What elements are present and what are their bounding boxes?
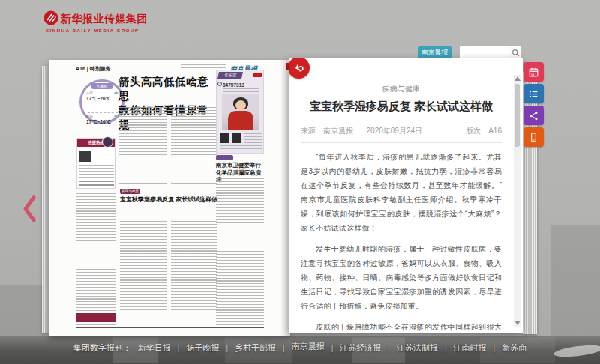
share-button[interactable] (524, 106, 544, 125)
return-arrow-icon (292, 61, 306, 75)
weather-temp-today: 17℃~26℃ (86, 96, 111, 102)
logo-chinese-text: 新华报业传媒集团 (61, 13, 148, 26)
phone-icon (218, 82, 222, 86)
ad-fineprint (220, 145, 262, 151)
share-icon (528, 110, 539, 121)
photo-sweater (228, 111, 254, 130)
separator: | (332, 344, 334, 352)
article-text-column (171, 107, 218, 187)
building-silhouette (551, 225, 600, 336)
sub-article-link[interactable]: 宝宝秋季湿疹易反复 家长试试这样做 (120, 195, 219, 204)
weather-title: 气象站 (91, 83, 113, 89)
hotline-box: 法援热线 (76, 138, 116, 189)
chevron-left-icon (21, 195, 39, 223)
hotline-fineprint (80, 165, 114, 178)
article-paragraph: “每年进入秋季后，湿疹的患儿就逐渐多了起来。尤其是3岁以内的婴幼儿，皮肤娇嫩，抵… (301, 150, 502, 235)
logo-english-text: XINHUA DAILY MEDIA GROUP (46, 28, 140, 33)
article-text-column (171, 207, 218, 328)
footer-paper-xinsushang[interactable]: 新苏商 (502, 342, 526, 354)
separator: | (226, 344, 228, 352)
meta-divider (301, 142, 502, 143)
article-page: A16 (488, 127, 502, 135)
ad-intro-tag (253, 73, 262, 77)
article-date: 2020年09月24日 (367, 127, 423, 135)
article-paragraph: 皮肤的干燥屏障功能不全在湿疹的发作中同样起到很大作用，所以干燥的秋冬湿疹发病率显… (301, 320, 502, 333)
prev-page-arrow[interactable] (21, 195, 39, 223)
footer-paper-nav: 集团数字报刊： 新华日报 | 扬子晚报 | 乡村干部报 | 南京晨报 | 江苏经… (0, 341, 600, 354)
search-bar (459, 46, 522, 59)
page-footer-fineprint (76, 330, 264, 333)
article-source: 南京晨报 (323, 127, 353, 135)
hotline-fineprint (80, 181, 114, 187)
footer-paper-jiangsu-legal[interactable]: 江苏法制报 (397, 342, 438, 354)
search-button[interactable] (508, 46, 521, 58)
issue-list-button[interactable] (524, 84, 544, 103)
newspaper-page: A16 | 特别服务 南京晨报 气象站 今日 ☁ 17℃~26℃ 明日 ☁ 17… (49, 60, 290, 336)
separator: | (283, 344, 285, 352)
hotline-emblem (102, 136, 113, 148)
article-panel: 疾病与健康 宝宝秋季湿疹易反复 家长试试这样做 来源：南京晨报 2020年09月… (289, 58, 523, 333)
footer-paper-jiangnan-times[interactable]: 江南时报 (454, 342, 487, 354)
paper-switch-button[interactable]: 南京晨报 (418, 46, 452, 59)
article-text-column (216, 178, 264, 327)
mobile-icon (528, 132, 539, 143)
site-logo[interactable]: 新华报业传媒集团 XINHUA DAILY MEDIA GROUP (44, 10, 164, 40)
doctor-photo (222, 94, 260, 130)
separator: | (178, 344, 180, 352)
scrollbar-thumb[interactable] (514, 84, 520, 147)
search-icon (512, 49, 520, 57)
qr-code (80, 151, 91, 162)
article-text-column (118, 107, 166, 187)
ad-phone-number: 84757313 (223, 82, 244, 88)
article-body: “每年进入秋季后，湿疹的患儿就逐渐多了起来。尤其是3岁以内的婴幼儿，皮肤娇嫩，抵… (301, 150, 502, 333)
search-input[interactable] (460, 46, 508, 58)
sub-article-tag: 疾病与健康 (120, 189, 140, 194)
article-title: 宝宝秋季湿疹易反复 家长试试这样做 (301, 100, 502, 114)
back-button[interactable] (289, 58, 310, 79)
source-label: 来源： (301, 127, 323, 135)
weather-widget: 气象站 今日 ☁ 17℃~26℃ 明日 ☁ 17℃~26℃ (80, 79, 124, 124)
cloud-icon: ☁ (113, 89, 118, 95)
building-silhouette (0, 285, 44, 336)
hotline-fineprint (92, 151, 114, 162)
article-text-column (120, 207, 166, 328)
footer-nav-label: 集团数字报刊： (74, 342, 131, 354)
page-label: 版次： (466, 127, 488, 135)
separator: | (445, 344, 447, 352)
article-meta: 来源：南京晨报 2020年09月24日 版次：A16 (301, 126, 502, 136)
weather-temp-tomorrow: 17℃~26℃ (86, 119, 111, 125)
logo-mark-icon (44, 10, 58, 25)
calendar-button[interactable] (524, 62, 544, 82)
article-paragraph: 发生于婴幼儿时期的湿疹，属于一种过敏性皮肤病，要注意寻找宝宝的各种过敏原，爸妈可… (301, 242, 502, 313)
scroll-down-arrow[interactable] (514, 321, 520, 325)
scroll-up-arrow[interactable] (514, 76, 520, 81)
footer-paper-rural-cadre[interactable]: 乡村干部报 (235, 342, 276, 354)
footer-paper-yangtse-evening[interactable]: 扬子晚报 (186, 342, 219, 354)
ad-fineprint (223, 88, 259, 92)
footer-paper-jiangsu-economic[interactable]: 江苏经济报 (340, 342, 381, 354)
footer-rule (76, 327, 264, 328)
ad-brand-ribbon: 名医堂 (218, 72, 243, 79)
separator: | (494, 344, 496, 352)
footer-paper-xinhua-daily[interactable]: 新华日报 (138, 342, 171, 354)
qr-code (220, 133, 230, 143)
ad-fineprint (244, 133, 262, 143)
news-brief-tag (216, 155, 233, 160)
separator: | (388, 344, 390, 352)
photo-face (236, 100, 246, 110)
weather-day-tomorrow: 明日 (86, 115, 93, 118)
footer-paper-nanjing-morning[interactable]: 南京晨报 (292, 341, 325, 354)
calendar-icon (528, 67, 539, 78)
doctor-column-card: 名医堂 84757313 (216, 70, 264, 154)
article-category: 疾病与健康 (301, 84, 502, 94)
qa-text-column (76, 193, 116, 312)
newspaper-page-header: A16 | 特别服务 (76, 65, 111, 73)
mobile-button[interactable] (524, 127, 544, 147)
panel-scrollbar (514, 75, 520, 327)
weather-day-today: 今日 (86, 91, 93, 95)
qr-code (232, 133, 242, 143)
cloud-icon: ☁ (113, 112, 118, 118)
qa-contact-banner (76, 313, 116, 322)
list-icon (528, 88, 539, 100)
